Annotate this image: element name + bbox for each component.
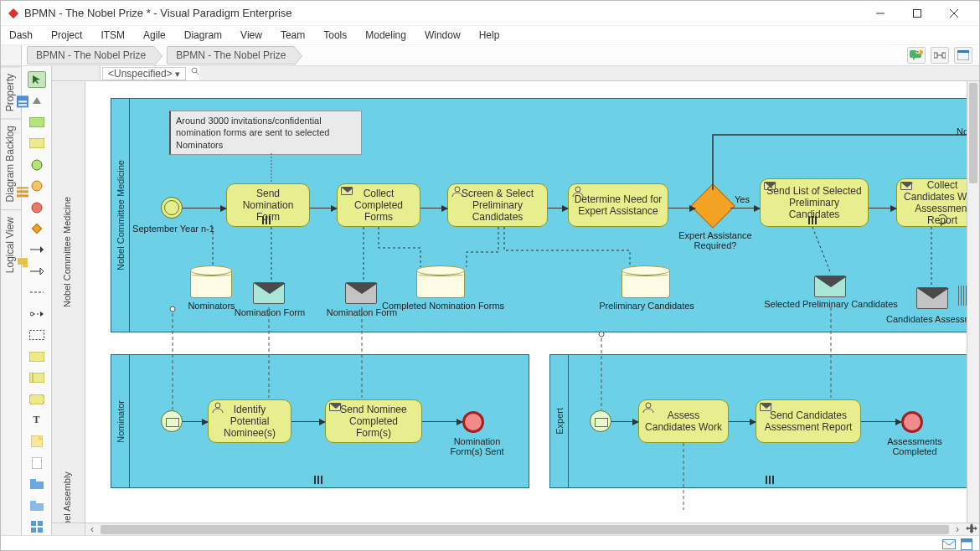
shape-palette: T: [22, 66, 52, 535]
task-send-list[interactable]: Send List of Selected Preliminary Candid…: [760, 178, 869, 227]
svg-rect-51: [38, 528, 43, 533]
task-collect-forms[interactable]: Collect Completed Forms: [337, 183, 420, 227]
palette-diamond[interactable]: [28, 220, 46, 236]
app-icon: [8, 8, 19, 19]
palette-yellow3[interactable]: [28, 391, 46, 407]
svg-line-53: [196, 72, 199, 75]
msg-selected[interactable]: [814, 276, 846, 297]
ds-nominators[interactable]: [190, 270, 232, 298]
palette-yellow2[interactable]: [28, 369, 46, 385]
logical-icon: [16, 256, 29, 270]
vertical-scrollbar[interactable]: [967, 81, 979, 523]
side-tab-property[interactable]: Property: [1, 66, 21, 118]
svg-marker-31: [40, 268, 44, 275]
palette-note[interactable]: [28, 434, 46, 450]
svg-rect-47: [30, 501, 36, 504]
svg-rect-7: [934, 53, 937, 58]
menu-diagram[interactable]: Diagram: [184, 29, 222, 41]
pan-icon[interactable]: [966, 523, 977, 535]
palette-rect-yellow[interactable]: [28, 136, 46, 152]
toolbar-align-button[interactable]: [931, 47, 949, 64]
svg-rect-18: [18, 258, 28, 265]
seq-4: [548, 208, 568, 209]
horizontal-scrollbar[interactable]: ‹›: [52, 523, 979, 535]
palette-folder2[interactable]: [28, 497, 46, 513]
message-icon: [764, 182, 776, 190]
annotation-box[interactable]: Around 3000 invitations/confidential nom…: [169, 111, 362, 155]
menu-window[interactable]: Window: [425, 29, 461, 41]
maximize-button[interactable]: [899, 1, 936, 26]
unspecified-dropdown[interactable]: <Unspecified> ▾: [102, 67, 186, 80]
task-send-assessment[interactable]: Send Candidates Assessment Report: [756, 399, 861, 443]
task-collect-reports[interactable]: Collect Candidates Work Assessment Repor…: [896, 178, 967, 227]
task-send-nomination[interactable]: Send Nomination Form: [226, 183, 310, 227]
mail-icon[interactable]: [942, 539, 956, 549]
property-icon: [16, 95, 29, 108]
search-icon[interactable]: [191, 66, 199, 78]
menu-modeling[interactable]: Modeling: [365, 29, 406, 41]
palette-rect-green[interactable]: [28, 114, 46, 130]
menu-tools[interactable]: Tools: [323, 29, 347, 41]
side-tab-backlog[interactable]: Diagram Backlog: [1, 118, 21, 209]
task-assess[interactable]: Assess Candidates Work: [638, 399, 729, 443]
palette-text[interactable]: T: [28, 412, 46, 428]
gateway-yes: Yes: [735, 194, 750, 204]
palette-cursor[interactable]: [28, 71, 46, 88]
user-icon: [212, 402, 224, 414]
palette-page[interactable]: [28, 455, 46, 471]
palette-circle-orange[interactable]: [28, 178, 46, 193]
toolbar-panel-button[interactable]: [954, 47, 972, 64]
menu-dash[interactable]: Dash: [9, 29, 33, 41]
backlog-icon: [16, 186, 29, 199]
window-title: BPMN - The Nobel Prize * - Visual Paradi…: [24, 7, 862, 19]
menu-team[interactable]: Team: [281, 29, 305, 41]
minimize-button[interactable]: [862, 1, 899, 26]
task-send-nominee[interactable]: Send Nominee Completed Form(s): [325, 399, 422, 443]
svg-rect-38: [29, 373, 44, 383]
palette-yellow1[interactable]: [28, 348, 46, 364]
nominator-end-event[interactable]: [462, 411, 484, 433]
task-screen-select[interactable]: Screen & Select Preliminary Candidates: [447, 183, 548, 227]
status-panel-icon[interactable]: [961, 538, 972, 550]
msg-nomination-1[interactable]: [253, 282, 285, 304]
msg-nomination-2[interactable]: [345, 282, 377, 304]
diagram-surface[interactable]: Nobel Committee Medicine Around 3000 inv…: [85, 81, 967, 523]
palette-folder[interactable]: [28, 476, 46, 492]
task-identify[interactable]: Identify Potential Nominee(s): [208, 399, 291, 443]
palette-arrow[interactable]: [28, 242, 46, 258]
menu-itsm[interactable]: ITSM: [101, 29, 125, 41]
canvas[interactable]: Nobel Committee Medicine Nobel Assembly …: [52, 81, 979, 535]
breadcrumb-2[interactable]: BPMN - The Nobel Prize: [167, 46, 295, 64]
menu-help[interactable]: Help: [479, 29, 500, 41]
ds-preliminary[interactable]: [622, 270, 670, 298]
svg-point-26: [32, 203, 42, 213]
svg-rect-19: [23, 265, 28, 267]
task-determine-need[interactable]: Determine Need for Expert Assistance: [568, 183, 668, 227]
menu-view[interactable]: View: [240, 29, 262, 41]
palette-tiles[interactable]: [28, 518, 46, 534]
ds-completed[interactable]: [416, 270, 465, 298]
nominator-start-event[interactable]: [161, 410, 183, 432]
close-button[interactable]: [936, 1, 972, 26]
expert-start-event[interactable]: [590, 410, 611, 432]
svg-marker-35: [40, 312, 44, 317]
menu-agile[interactable]: Agile: [143, 29, 166, 41]
status-bar: [1, 535, 979, 551]
palette-circle-green[interactable]: [28, 157, 46, 173]
palette-open-arrow[interactable]: [28, 306, 46, 322]
palette-arrow2[interactable]: [28, 263, 46, 279]
breadcrumb-1[interactable]: BPMN - The Nobel Prize: [27, 46, 155, 64]
start-event-timer[interactable]: [161, 197, 183, 219]
side-tab-logical[interactable]: Logical View: [1, 209, 21, 280]
svg-point-25: [32, 181, 42, 191]
palette-circle-red[interactable]: [28, 199, 46, 215]
menu-project[interactable]: Project: [51, 29, 82, 41]
palette-up-icon[interactable]: [28, 93, 46, 109]
palette-dashed-rect[interactable]: [28, 327, 46, 342]
toolbar-comment-button[interactable]: 9+: [907, 47, 926, 64]
svg-rect-49: [38, 521, 43, 526]
expert-end-event[interactable]: [901, 411, 923, 433]
msg-assessment[interactable]: [916, 287, 948, 309]
user-icon: [572, 186, 584, 198]
palette-dash[interactable]: [28, 285, 46, 301]
